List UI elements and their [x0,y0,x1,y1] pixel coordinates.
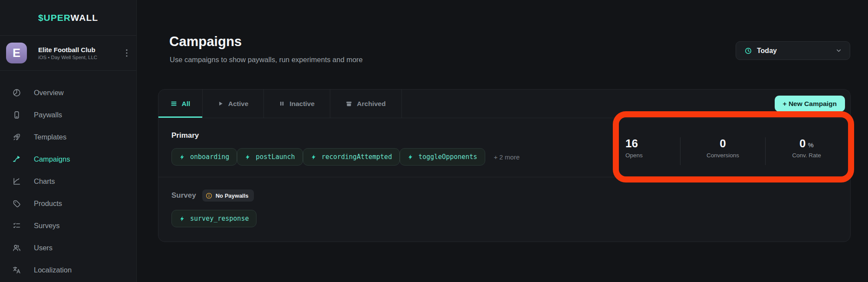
campaign-row-primary[interactable]: Primary onboarding postLaunch recordingA… [158,118,850,177]
tabbar-spacer [402,90,775,118]
workspace-name: Elite Football Club [38,46,123,53]
trigger-tag: survey_response [171,210,256,227]
bolt-icon [245,154,250,160]
workspace-switcher[interactable]: E Elite Football Club iOS • Day Well Spe… [0,36,136,71]
stat-cell: 0 Conversions [680,137,765,165]
trigger-tag: toggleOpponents [400,148,485,166]
trigger-tags: survey_response [171,210,850,227]
brand-logo: $UPERWALL [0,0,136,36]
tab-all[interactable]: All [158,90,203,118]
workspace-text: Elite Football Club iOS • Day Well Spent… [38,46,123,60]
sidebar: $UPERWALL E Elite Football Club iOS • Da… [0,0,137,282]
superwall-logo: $UPERWALL [38,13,98,23]
surveys-icon [13,222,21,230]
bolt-icon [408,154,413,160]
stat-label: Conv. Rate [792,152,821,159]
date-range-dropdown[interactable]: Today [736,41,850,60]
chevron-down-icon [835,47,842,54]
stat-suffix: % [808,141,814,149]
kebab-icon[interactable] [123,47,130,59]
logo-teal-part: $UPER [38,13,71,23]
overview-icon [13,89,21,97]
tab-inactive[interactable]: Inactive [264,90,330,118]
stat-label: Conversions [707,152,739,159]
trigger-tag: recordingAttempted [303,148,400,166]
pause-icon [279,101,285,106]
stat-value: 0 [799,137,806,149]
stat-value: 16 [625,137,638,149]
sidebar-item-charts[interactable]: Charts [0,170,136,192]
campaigns-card: All Active Inactive Archived + New Campa… [158,89,851,242]
sidebar-item-campaigns[interactable]: Campaigns [0,148,136,170]
workspace-subtitle: iOS • Day Well Spent, LLC [38,55,123,60]
stat-cell: 16 Opens [618,137,680,165]
trigger-tag: postLaunch [237,148,302,166]
campaign-row-survey[interactable]: Survey No Paywalls survey_response [158,177,850,242]
tab-archived[interactable]: Archived [330,90,402,118]
campaign-stats: 16 Opens 0 Conversions 0 % Conv. Ra [618,137,848,165]
campaigns-tabbar: All Active Inactive Archived + New Campa… [158,90,850,118]
workspace-avatar: E [6,43,27,63]
page-title: Campaigns [169,34,242,50]
archive-icon [346,101,352,107]
paywalls-icon [13,111,21,119]
sidebar-nav: Overview Paywalls Templates Campaigns Ch… [0,82,136,281]
sidebar-item-surveys[interactable]: Surveys [0,215,136,237]
charts-icon [13,177,21,186]
sidebar-item-products[interactable]: Products [0,192,136,215]
play-icon [218,101,224,106]
sidebar-item-localization[interactable]: Localization [0,259,136,281]
stat-value: 0 [720,137,726,149]
sidebar-item-overview[interactable]: Overview [0,82,136,104]
info-icon [206,192,212,199]
stat-label: Opens [625,152,643,159]
users-icon [13,244,21,252]
products-icon [13,199,21,208]
list-icon [171,100,177,107]
sidebar-item-templates[interactable]: Templates [0,126,136,148]
campaign-name: Survey [171,191,196,200]
campaigns-icon [13,155,21,163]
main-content: Campaigns Use campaigns to show paywalls… [137,0,868,282]
bolt-icon [179,216,185,222]
date-range-value: Today [757,47,835,55]
sidebar-item-users[interactable]: Users [0,237,136,259]
localization-icon [13,266,21,274]
templates-icon [13,133,21,141]
bolt-icon [179,154,185,160]
more-tags-label[interactable]: + 2 more [494,153,520,161]
clock-icon [745,47,752,54]
trigger-tag: onboarding [171,148,237,166]
new-campaign-button[interactable]: + New Campaign [775,96,845,112]
no-paywalls-badge: No Paywalls [202,189,254,202]
stat-cell: 0 % Conv. Rate [765,137,848,165]
logo-white-part: WALL [71,13,98,23]
tab-active[interactable]: Active [203,90,264,118]
sidebar-item-paywalls[interactable]: Paywalls [0,104,136,126]
page-subtitle: Use campaigns to show paywalls, run expe… [170,56,363,64]
bolt-icon [311,154,316,160]
